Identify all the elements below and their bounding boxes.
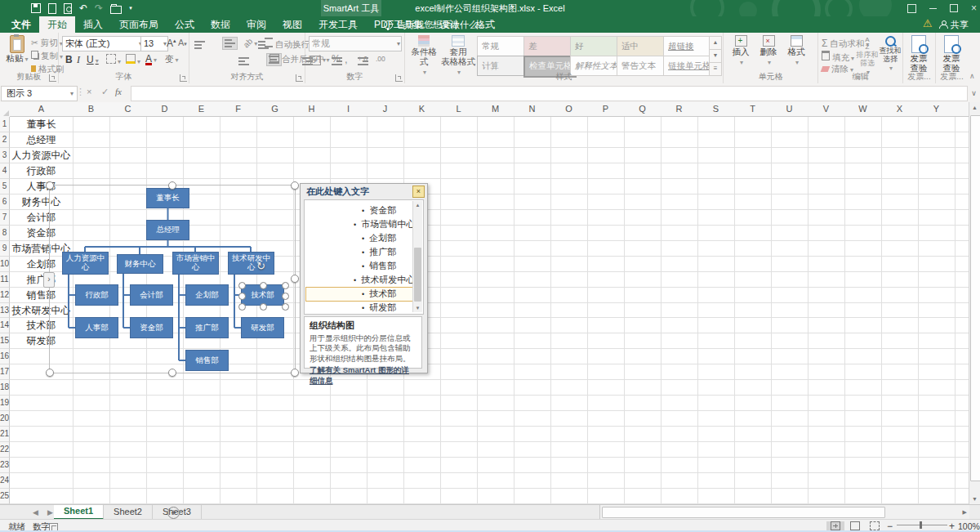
shape-handle[interactable] — [260, 303, 267, 311]
cell-style-适中[interactable]: 适中 — [617, 36, 668, 56]
text-pane-scrollbar[interactable]: ▲ ▼ — [412, 201, 422, 312]
text-pane-item-技术部[interactable]: •技术部 — [362, 287, 396, 301]
tab-开发工具[interactable]: 开发工具 — [310, 16, 366, 33]
column-header-H[interactable]: H — [293, 102, 331, 117]
row-header-6[interactable]: 6 — [0, 194, 10, 210]
org-node-销售部[interactable]: 销售部 — [185, 350, 229, 371]
increase-decimal-button[interactable]: +.0 — [358, 55, 368, 63]
insert-function-icon[interactable]: fx — [115, 87, 122, 96]
gallery-scroll-down-icon[interactable]: ▼ — [709, 49, 722, 63]
layout-info-link[interactable]: 了解有关 SmartArt 图形的详细信息 — [310, 365, 416, 387]
column-header-V[interactable]: V — [808, 102, 845, 117]
org-node-企划部[interactable]: 企划部 — [185, 284, 229, 306]
text-pane-list[interactable]: •资金部•市场营销中心•企划部•推广部•销售部•技术研发中心•技术部•研发部 ▲… — [304, 199, 424, 315]
qat-customize-icon[interactable]: ▾ — [129, 5, 132, 11]
text-pane-item-企划部[interactable]: •企划部 — [362, 231, 396, 245]
column-header-G[interactable]: G — [256, 102, 294, 117]
org-node-行政部[interactable]: 行政部 — [75, 284, 118, 306]
ribbon-display-options-icon[interactable] — [907, 4, 916, 13]
frame-handle[interactable] — [46, 181, 54, 190]
scroll-down-icon[interactable]: ▼ — [972, 496, 978, 502]
scroll-up-icon[interactable]: ▲ — [413, 201, 422, 209]
text-pane-item-市场营销中心[interactable]: •市场营销中心 — [354, 217, 415, 231]
cell-style-常规[interactable]: 常规 — [477, 36, 528, 56]
text-pane-item-推广部[interactable]: •推广部 — [362, 245, 396, 259]
shape-handle[interactable] — [282, 303, 289, 311]
new-sheet-icon[interactable]: + — [167, 507, 180, 519]
org-node-资金部[interactable]: 资金部 — [130, 317, 173, 338]
close-icon[interactable]: × — [971, 2, 977, 14]
confirm-entry-icon[interactable]: ✓ — [101, 87, 109, 97]
column-header-I[interactable]: I — [330, 102, 368, 117]
underline-button[interactable]: U — [87, 54, 99, 65]
expand-formula-bar-icon[interactable]: ∨ — [969, 85, 979, 101]
cell-style-好[interactable]: 好 — [570, 36, 621, 56]
text-pane-close-icon[interactable]: × — [412, 186, 425, 198]
column-header-F[interactable]: F — [220, 102, 257, 117]
cell-A2[interactable]: 总经理 — [10, 132, 73, 148]
row-header-4[interactable]: 4 — [0, 163, 10, 179]
column-header-O[interactable]: O — [550, 102, 588, 117]
row-header-24[interactable]: 24 — [0, 473, 10, 489]
percent-style-button[interactable]: % — [332, 53, 341, 65]
sheet-nav-right-icon[interactable]: ▶ — [47, 505, 53, 520]
sheet-tab-Sheet2[interactable]: Sheet2 — [104, 505, 153, 520]
sheet-nav-left-icon[interactable]: ◀ — [33, 505, 38, 520]
font-dialog-launcher[interactable] — [180, 74, 187, 82]
row-header-7[interactable]: 7 — [0, 210, 10, 226]
frame-handle[interactable] — [291, 181, 299, 190]
row-header-9[interactable]: 9 — [0, 241, 10, 257]
tab-文件[interactable]: 文件 — [3, 16, 39, 33]
redo-icon[interactable]: ↷ — [95, 2, 103, 14]
cell-A4[interactable]: 行政部 — [10, 163, 73, 179]
shape-handle[interactable] — [238, 282, 246, 289]
column-header-R[interactable]: R — [661, 102, 698, 117]
undo-icon[interactable]: ↶ — [79, 2, 87, 14]
increase-font-icon[interactable]: A▴ — [167, 38, 176, 49]
vertical-scrollbar-thumb[interactable] — [970, 115, 980, 481]
cancel-entry-icon[interactable]: × — [87, 87, 91, 96]
scroll-up-icon[interactable]: ▲ — [972, 105, 978, 110]
align-middle-icon[interactable] — [222, 37, 238, 50]
comma-style-button[interactable]: , — [345, 53, 348, 65]
font-size-combo[interactable]: 13▾ — [140, 36, 168, 51]
formula-input[interactable] — [131, 86, 968, 101]
column-header-T[interactable]: T — [734, 102, 772, 117]
org-node-推广部[interactable]: 推广部 — [185, 317, 229, 338]
scroll-down-icon[interactable]: ▼ — [413, 304, 422, 312]
row-header-20[interactable]: 20 — [0, 411, 10, 427]
column-header-U[interactable]: U — [771, 102, 808, 117]
column-header-C[interactable]: C — [109, 102, 147, 117]
clipboard-dialog-launcher[interactable] — [49, 74, 56, 82]
text-pane-item-销售部[interactable]: •销售部 — [362, 259, 396, 273]
invoice-check-button-2[interactable]: 发票 查验 — [940, 35, 963, 73]
tell-me-box[interactable]: 告诉我您想要做什么... — [384, 16, 485, 33]
zoom-slider-thumb[interactable] — [920, 521, 922, 529]
cut-button[interactable]: ✂ 剪切 — [31, 38, 63, 49]
column-header-Y[interactable]: Y — [918, 102, 956, 117]
row-header-17[interactable]: 17 — [0, 364, 10, 380]
row-header-5[interactable]: 5 — [0, 179, 10, 194]
cell-A3[interactable]: 人力资源中心 — [10, 148, 73, 163]
column-header-J[interactable]: J — [367, 102, 404, 117]
shape-handle[interactable] — [282, 293, 289, 300]
zoom-slider-track[interactable] — [897, 525, 947, 525]
column-header-N[interactable]: N — [514, 102, 551, 117]
shape-handle[interactable] — [260, 282, 267, 289]
frame-handle[interactable] — [291, 369, 299, 377]
column-header-X[interactable]: X — [881, 102, 919, 117]
bold-button[interactable]: B — [65, 54, 73, 65]
column-header-Q[interactable]: Q — [624, 102, 662, 117]
name-box[interactable]: 图示 3 ▾ — [1, 86, 78, 101]
column-header-A[interactable]: A — [10, 102, 74, 117]
scrollbar-thumb[interactable] — [414, 248, 421, 302]
shape-handle[interactable] — [238, 303, 246, 311]
org-node-人事部[interactable]: 人事部 — [75, 317, 118, 338]
smartart-canvas-frame[interactable] — [49, 185, 296, 373]
phonetic-button[interactable]: 变 — [165, 54, 179, 65]
fill-color-button[interactable] — [126, 54, 140, 65]
decrease-decimal-button[interactable]: .00 — [376, 55, 385, 63]
align-top-icon[interactable] — [194, 41, 205, 49]
org-node-市场营销中心[interactable]: 市场营销中心 — [172, 252, 219, 275]
org-node-总经理[interactable]: 总经理 — [146, 220, 189, 240]
